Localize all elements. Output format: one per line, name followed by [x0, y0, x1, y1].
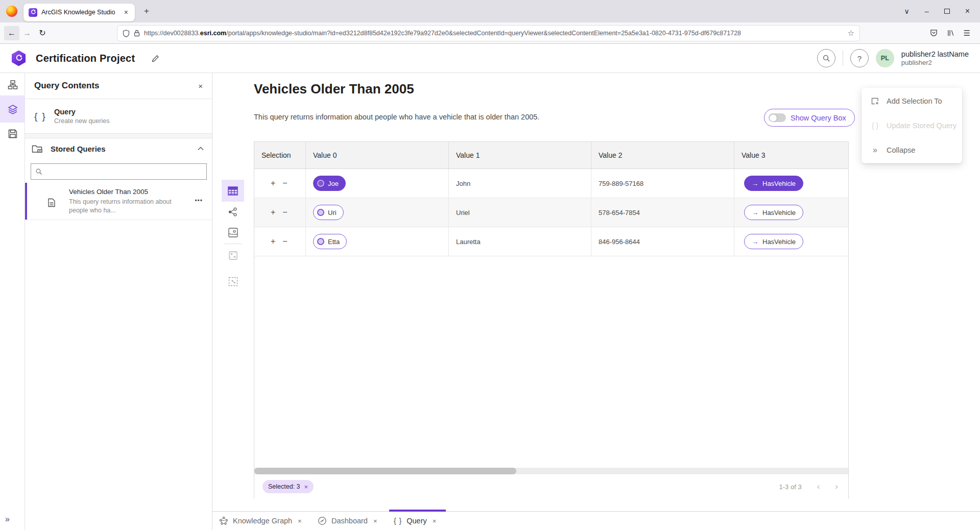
collapse-section-icon[interactable] — [198, 147, 204, 151]
menu-item-collapse[interactable]: » Collapse — [862, 138, 962, 162]
list-tabs-icon[interactable]: ∨ — [904, 8, 910, 15]
entity-dot-icon — [317, 180, 324, 187]
bookmark-star-icon[interactable]: ☆ — [848, 29, 854, 38]
item-options-icon[interactable]: ••• — [195, 197, 203, 204]
toggle-label: Show Query Box — [791, 114, 846, 122]
tab-knowledge-graph[interactable]: Knowledge Graph × — [219, 512, 303, 530]
query-item[interactable]: { } Query Create new queries — [25, 99, 212, 134]
stored-queries-search-input[interactable] — [46, 168, 202, 176]
contents-button-active[interactable] — [0, 95, 25, 123]
folder-icon — [32, 143, 44, 154]
graph-view-button[interactable] — [222, 202, 244, 222]
window-close-button[interactable]: × — [965, 7, 970, 15]
table-footer: Selected: 3 × 1-3 of 3 ‹ › — [254, 474, 848, 499]
tracking-shield-icon[interactable] — [123, 30, 130, 37]
user-menu[interactable]: publisher2 lastName publisher2 — [901, 50, 969, 67]
cell-value2: 846-956-8644 — [591, 227, 734, 256]
menu-item-add-selection-to[interactable]: Add Selection To — [862, 89, 962, 113]
back-button[interactable]: ← — [4, 26, 19, 40]
tab-close-icon[interactable]: × — [432, 516, 438, 526]
horizontal-scrollbar[interactable] — [254, 468, 848, 474]
stored-queries-search[interactable] — [31, 163, 207, 180]
toggle-track[interactable] — [769, 113, 786, 122]
header-actions: ? PL publisher2 lastName publisher2 — [817, 49, 980, 67]
add-selection-icon — [870, 97, 880, 106]
window-minimize-button[interactable]: – — [925, 8, 929, 15]
next-page-icon[interactable]: › — [833, 481, 840, 492]
relationship-pill[interactable]: → HasVehicle — [744, 234, 803, 249]
relationship-pill[interactable]: → HasVehicle — [744, 205, 803, 220]
stored-query-description: This query returns information about peo… — [69, 198, 172, 215]
selected-count-chip[interactable]: Selected: 3 × — [262, 480, 314, 493]
user-avatar[interactable]: PL — [876, 49, 894, 67]
tab-close-icon[interactable]: × — [123, 8, 130, 16]
entity-label: Etta — [328, 238, 340, 246]
stored-queries-header[interactable]: Stored Queries — [25, 138, 212, 159]
toggle-knob — [770, 114, 777, 122]
library-icon[interactable] — [947, 29, 954, 37]
dashboard-icon — [318, 516, 327, 525]
entity-label: Uri — [328, 209, 337, 216]
results-table: Selection Value 0 Value 1 Value 2 Value … — [254, 141, 849, 499]
stored-query-title: Vehicles Older Than 2005 — [69, 188, 148, 196]
relationship-label: HasVehicle — [762, 180, 796, 187]
menu-item-label: Collapse — [887, 146, 915, 154]
add-to-selection-button[interactable]: + — [271, 237, 275, 246]
relationship-label: HasVehicle — [762, 238, 796, 246]
help-button[interactable]: ? — [850, 49, 869, 67]
remove-from-selection-button[interactable]: − — [282, 237, 287, 246]
query-contents-panel: Query Contents × { } Query Create new qu… — [25, 73, 212, 530]
map-view-button[interactable] — [222, 222, 244, 243]
stored-query-icon — [47, 198, 56, 207]
tab-dashboard[interactable]: Dashboard × — [318, 512, 378, 530]
selection-view-button[interactable] — [222, 271, 244, 292]
add-to-selection-button[interactable]: + — [271, 179, 275, 187]
table-view-button[interactable] — [222, 180, 244, 202]
url-domain: esri.com — [200, 30, 226, 37]
tab-close-icon[interactable]: × — [297, 516, 303, 526]
remove-from-selection-button[interactable]: − — [282, 179, 287, 187]
window-maximize-button[interactable] — [944, 9, 950, 14]
braces-icon: { } — [34, 111, 46, 122]
new-tab-button[interactable]: + — [144, 6, 149, 16]
url-bar[interactable]: https://dev0028833.esri.com/portal/apps/… — [117, 26, 859, 41]
search-icon — [35, 168, 42, 175]
firefox-logo-icon[interactable] — [6, 6, 17, 17]
entity-pill[interactable]: Joe — [313, 176, 346, 191]
lock-icon[interactable] — [134, 30, 140, 37]
selected-indicator-bar — [25, 183, 27, 220]
menu-item-update-stored-query[interactable]: { } Update Stored Query — [862, 113, 962, 138]
pagination: 1-3 of 3 ‹ › — [779, 481, 840, 492]
column-header-value3: Value 3 — [734, 142, 848, 168]
stored-query-item-selected[interactable]: Vehicles Older Than 2005 This query retu… — [25, 183, 212, 220]
reload-button[interactable]: ↻ — [35, 26, 50, 40]
table-row: + − Uri Uriel 578-654-7854 → HasVehicle — [254, 198, 848, 227]
url-text[interactable]: https://dev0028833.esri.com/portal/apps/… — [144, 30, 844, 37]
search-button[interactable] — [817, 49, 835, 67]
expand-rail-icon[interactable]: » — [5, 515, 10, 524]
relationship-pill[interactable]: → HasVehicle — [744, 176, 803, 191]
app-header: Certification Project ? PL publisher2 la… — [0, 44, 980, 73]
menu-item-label: Add Selection To — [887, 97, 942, 105]
tab-query-active[interactable]: { } Query × — [394, 512, 437, 530]
edit-title-icon[interactable] — [151, 54, 160, 63]
scrollbar-thumb[interactable] — [254, 468, 516, 474]
relationship-arrow-icon: → — [752, 209, 758, 216]
remove-from-selection-button[interactable]: − — [282, 208, 287, 216]
panel-close-icon[interactable]: × — [196, 80, 205, 92]
entity-pill[interactable]: Etta — [313, 234, 347, 249]
save-button[interactable] — [0, 126, 25, 141]
entity-pill[interactable]: Uri — [313, 205, 344, 220]
browser-tab[interactable]: ArcGIS Knowledge Studio × — [23, 4, 135, 21]
previous-page-icon[interactable]: ‹ — [815, 481, 822, 492]
tab-close-icon[interactable]: × — [372, 516, 378, 526]
pocket-icon[interactable] — [930, 29, 938, 37]
cell-value1: Lauretta — [449, 227, 591, 256]
show-query-box-toggle[interactable]: Show Query Box — [764, 109, 855, 127]
add-to-selection-button[interactable]: + — [271, 208, 275, 216]
new-map-view-button[interactable] — [222, 245, 244, 266]
project-tree-button[interactable] — [0, 77, 25, 92]
forward-button[interactable]: → — [19, 26, 35, 40]
menu-icon[interactable]: ☰ — [964, 29, 970, 38]
clear-selection-icon[interactable]: × — [304, 483, 308, 491]
